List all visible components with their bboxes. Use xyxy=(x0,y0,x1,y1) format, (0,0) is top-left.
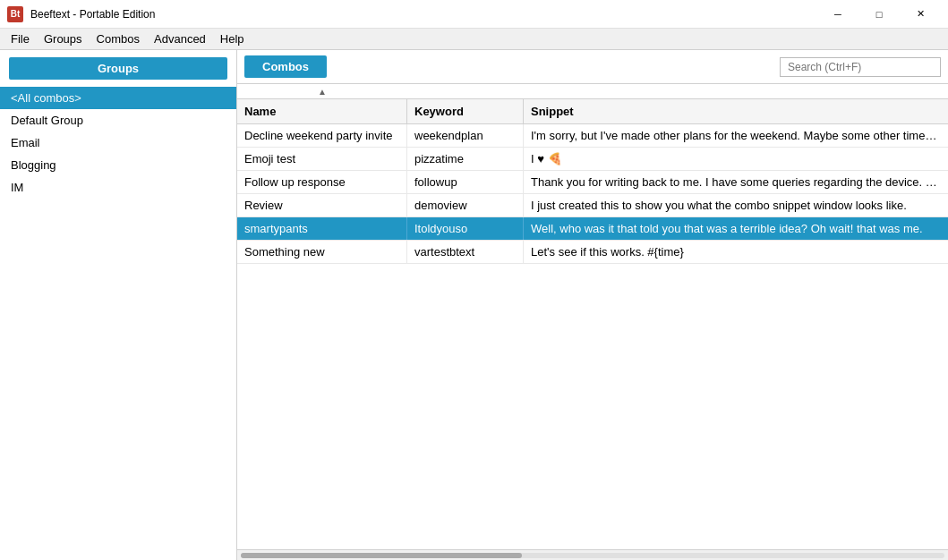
table-row[interactable]: Follow up response followup Thank you fo… xyxy=(237,171,948,194)
menu-advanced[interactable]: Advanced xyxy=(147,30,213,49)
main-content: Groups <All combos> Default Group Email … xyxy=(0,50,948,560)
search-input[interactable] xyxy=(780,57,941,77)
groups-button[interactable]: Groups xyxy=(9,57,227,80)
menu-combos[interactable]: Combos xyxy=(90,30,147,49)
title-bar-controls: ─ □ ✕ xyxy=(817,0,941,29)
right-panel: Combos ▲ Name Keyword Snippet Decline we… xyxy=(237,50,948,560)
horizontal-scrollbar[interactable] xyxy=(237,549,948,560)
cell-keyword: demoview xyxy=(407,194,524,216)
sidebar-item-im[interactable]: IM xyxy=(0,176,236,199)
cell-keyword: followup xyxy=(407,171,524,193)
cell-snippet: I'm sorry, but I've made other plans for… xyxy=(524,124,948,147)
close-button[interactable]: ✕ xyxy=(900,0,941,29)
table-row[interactable]: smartypants Itoldyouso Well, who was it … xyxy=(237,217,948,241)
cell-name: Emoji test xyxy=(237,148,407,170)
window-title: Beeftext - Portable Edition xyxy=(30,8,155,21)
menu-groups[interactable]: Groups xyxy=(37,30,90,49)
minimize-button[interactable]: ─ xyxy=(817,0,858,29)
sidebar-item-blogging[interactable]: Blogging xyxy=(0,154,236,176)
column-header-keyword[interactable]: Keyword xyxy=(407,99,524,123)
cell-snippet: Well, who was it that told you that was … xyxy=(524,217,948,240)
title-bar-left: Bt Beeftext - Portable Edition xyxy=(7,6,155,22)
sort-arrow-name: ▲ xyxy=(237,84,407,98)
table-header: Name Keyword Snippet xyxy=(237,99,948,124)
right-top-toolbar: Combos xyxy=(237,50,948,84)
table-row[interactable]: Emoji test pizzatime I ♥ 🍕 xyxy=(237,148,948,171)
sort-arrow-keyword xyxy=(407,84,524,98)
cell-snippet: Let's see if this works. #{time} xyxy=(524,241,948,263)
cell-snippet: I ♥ 🍕 xyxy=(524,148,948,170)
cell-snippet: I just created this to show you what the… xyxy=(524,194,948,216)
column-header-snippet[interactable]: Snippet xyxy=(524,99,948,123)
left-panel: Groups <All combos> Default Group Email … xyxy=(0,50,237,560)
scroll-track xyxy=(241,553,944,558)
combos-button[interactable]: Combos xyxy=(244,55,327,78)
sidebar-item-default-group[interactable]: Default Group xyxy=(0,109,236,132)
sort-arrow-snippet xyxy=(524,84,948,98)
cell-keyword: Itoldyouso xyxy=(407,217,524,240)
cell-keyword: weekendplan xyxy=(407,124,524,147)
table-row[interactable]: Review demoview I just created this to s… xyxy=(237,194,948,217)
sort-indicator-row: ▲ xyxy=(237,84,948,99)
combo-table: Name Keyword Snippet Decline weekend par… xyxy=(237,99,948,549)
cell-snippet: Thank you for writing back to me. I have… xyxy=(524,171,948,193)
table-row[interactable]: Something new vartestbtext Let's see if … xyxy=(237,241,948,264)
group-list: <All combos> Default Group Email Bloggin… xyxy=(0,87,236,560)
cell-keyword: pizzatime xyxy=(407,148,524,170)
sidebar-item-email[interactable]: Email xyxy=(0,132,236,154)
menu-help[interactable]: Help xyxy=(213,30,252,49)
maximize-button[interactable]: □ xyxy=(858,0,900,29)
menu-file[interactable]: File xyxy=(4,30,37,49)
cell-name: Follow up response xyxy=(237,171,407,193)
app-icon: Bt xyxy=(7,6,23,22)
cell-name: Something new xyxy=(237,241,407,263)
cell-name: smartypants xyxy=(237,217,407,240)
cell-keyword: vartestbtext xyxy=(407,241,524,263)
cell-name: Decline weekend party invite xyxy=(237,124,407,147)
title-bar: Bt Beeftext - Portable Edition ─ □ ✕ xyxy=(0,0,948,29)
menu-bar: File Groups Combos Advanced Help xyxy=(0,29,948,50)
scroll-thumb xyxy=(241,553,522,558)
sidebar-item-all-combos[interactable]: <All combos> xyxy=(0,87,236,109)
column-header-name[interactable]: Name xyxy=(237,99,407,123)
table-row[interactable]: Decline weekend party invite weekendplan… xyxy=(237,124,948,148)
cell-name: Review xyxy=(237,194,407,216)
